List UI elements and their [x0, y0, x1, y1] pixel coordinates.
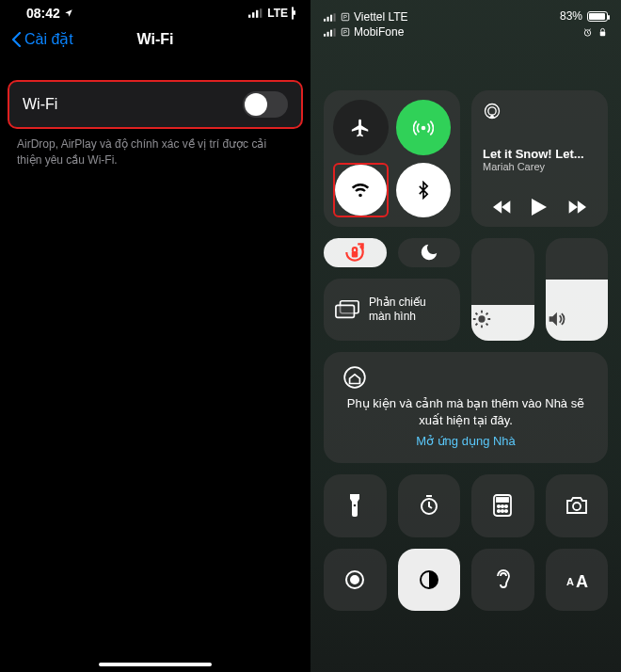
- play-button[interactable]: [532, 199, 547, 216]
- timer-button[interactable]: [398, 474, 461, 537]
- carrier2-label: MobiFone: [354, 24, 404, 40]
- moon-icon: [419, 242, 439, 263]
- svg-point-36: [573, 503, 581, 510]
- battery-icon: [292, 8, 294, 19]
- media-artist: Mariah Carey: [483, 161, 597, 172]
- home-indicator[interactable]: [99, 663, 212, 666]
- network-label: LTE: [267, 7, 288, 20]
- rotation-lock-toggle[interactable]: [324, 238, 387, 266]
- next-button[interactable]: [567, 200, 586, 215]
- mirror-label: Phản chiếu màn hình: [369, 296, 449, 323]
- flashlight-button[interactable]: [324, 474, 387, 537]
- connectivity-tile[interactable]: [324, 90, 460, 227]
- volume-icon: [546, 309, 609, 329]
- svg-rect-24: [336, 305, 355, 317]
- mirror-icon: [335, 299, 359, 320]
- cellular-icon: [413, 118, 434, 138]
- dark-mode-button[interactable]: [398, 549, 461, 612]
- text-size-icon: AA: [565, 570, 589, 589]
- hearing-button[interactable]: [471, 549, 534, 612]
- brightness-icon: [471, 309, 534, 329]
- svg-rect-10: [324, 34, 326, 37]
- svg-rect-4: [324, 18, 326, 21]
- lock-icon: [597, 27, 608, 38]
- svg-rect-12: [330, 29, 332, 36]
- page-title: Wi-Fi: [0, 31, 310, 48]
- rotation-lock-icon: [342, 240, 367, 264]
- wifi-description: AirDrop, AirPlay và độ chính xác về vị t…: [0, 129, 310, 176]
- svg-rect-21: [352, 251, 358, 258]
- battery-pct: 83%: [560, 9, 582, 23]
- signal-icon: [324, 13, 337, 22]
- airplay-icon[interactable]: [483, 102, 597, 120]
- svg-point-31: [502, 505, 503, 507]
- airplane-toggle[interactable]: [333, 100, 389, 155]
- calculator-icon: [493, 494, 512, 517]
- cc-status-bar: P Viettel LTE P MobiFone 83%: [324, 9, 608, 49]
- media-title: Let it Snow! Let...: [483, 147, 597, 161]
- timer-icon: [418, 494, 440, 517]
- svg-rect-3: [260, 8, 262, 18]
- svg-point-22: [478, 315, 485, 322]
- ear-icon: [492, 568, 513, 592]
- brightness-slider[interactable]: [471, 238, 534, 340]
- record-icon: [343, 568, 366, 591]
- camera-button[interactable]: [546, 474, 609, 537]
- status-time: 08:42: [26, 6, 60, 21]
- svg-rect-2: [256, 10, 258, 18]
- text-size-button[interactable]: AA: [546, 549, 609, 612]
- home-tile[interactable]: Phụ kiện và cảnh mà bạn thêm vào Nhà sẽ …: [324, 352, 608, 464]
- svg-rect-13: [334, 28, 336, 36]
- home-text: Phụ kiện và cảnh mà bạn thêm vào Nhà sẽ …: [342, 395, 589, 429]
- svg-point-26: [354, 504, 357, 507]
- settings-screen: 08:42 LTE Cài đặt Wi-Fi Wi-Fi AirDrop, A…: [0, 0, 310, 672]
- wifi-toggle[interactable]: [243, 91, 288, 118]
- svg-point-32: [505, 505, 507, 507]
- signal-icon: [324, 28, 337, 37]
- wifi-setting-row[interactable]: Wi-Fi: [8, 80, 303, 129]
- svg-rect-0: [248, 15, 250, 18]
- volume-slider[interactable]: [546, 238, 609, 340]
- camera-icon: [565, 495, 589, 516]
- bluetooth-toggle[interactable]: [396, 163, 452, 218]
- svg-rect-1: [252, 12, 254, 18]
- dnd-toggle[interactable]: [398, 238, 461, 266]
- svg-point-35: [505, 510, 507, 512]
- screen-record-button[interactable]: [324, 549, 387, 612]
- alarm-icon: [582, 27, 593, 38]
- svg-text:A: A: [576, 572, 588, 589]
- cellular-toggle[interactable]: [396, 100, 452, 155]
- svg-point-18: [421, 125, 425, 130]
- prev-button[interactable]: [493, 200, 512, 215]
- wifi-label: Wi-Fi: [23, 96, 57, 113]
- nav-bar: Cài đặt Wi-Fi: [0, 21, 310, 61]
- status-bar: 08:42 LTE: [0, 0, 310, 21]
- svg-rect-6: [330, 14, 332, 21]
- bluetooth-icon: [414, 181, 433, 200]
- home-open-link[interactable]: Mở ứng dụng Nhà: [342, 433, 589, 450]
- svg-rect-7: [334, 13, 336, 21]
- calculator-button[interactable]: [471, 474, 534, 537]
- svg-text:P: P: [343, 14, 347, 20]
- airplane-icon: [350, 118, 371, 138]
- wifi-highlight: [333, 163, 389, 218]
- screen-mirroring-button[interactable]: Phản chiếu màn hình: [324, 279, 460, 341]
- carrier1-label: Viettel LTE: [354, 9, 408, 24]
- location-icon: [64, 8, 73, 18]
- svg-rect-11: [327, 32, 329, 37]
- dark-mode-icon: [418, 568, 440, 591]
- sim2-icon: P: [341, 27, 350, 37]
- flashlight-icon: [345, 493, 364, 518]
- svg-point-38: [351, 576, 358, 584]
- wifi-icon: [350, 180, 371, 200]
- media-tile[interactable]: Let it Snow! Let... Mariah Carey: [471, 90, 608, 227]
- wifi-toggle[interactable]: [335, 165, 387, 216]
- battery-icon: [587, 11, 608, 22]
- svg-rect-17: [600, 32, 606, 37]
- svg-text:P: P: [343, 29, 347, 35]
- svg-rect-29: [497, 498, 508, 502]
- svg-point-20: [488, 107, 496, 115]
- svg-text:A: A: [566, 576, 574, 587]
- svg-point-34: [502, 510, 503, 512]
- home-icon: [342, 365, 589, 390]
